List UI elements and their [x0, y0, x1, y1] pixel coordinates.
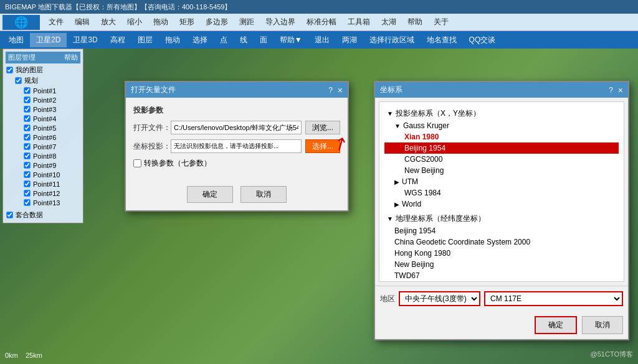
coord-beijing1954[interactable]: Beijing 1954	[384, 142, 619, 154]
tb-elevation[interactable]: 高程	[104, 33, 131, 47]
checkbox-point13[interactable]	[24, 199, 30, 205]
coord-geo-hongkong[interactable]: Hong Kong 1980	[384, 248, 619, 259]
tb-qq[interactable]: QQ交谈	[463, 33, 502, 47]
dialog-vector-question[interactable]: ?	[328, 86, 333, 95]
tb-lianghu[interactable]: 两湖	[336, 33, 363, 47]
tb-line[interactable]: 线	[234, 33, 254, 47]
menu-tools[interactable]: 工具箱	[343, 16, 375, 29]
tree-point8[interactable]: Point#8	[23, 151, 80, 161]
dialog-vector-close[interactable]: ×	[338, 86, 343, 95]
coord-cgcs2000[interactable]: CGCS2000	[384, 154, 619, 165]
tree-point6[interactable]: Point#6	[23, 133, 80, 142]
menu-import[interactable]: 导入边界	[260, 16, 300, 29]
tree-plan[interactable]: 规划	[14, 75, 80, 86]
coord-utm[interactable]: ▶ UTM	[384, 176, 619, 187]
tree-point4[interactable]: Point#4	[23, 114, 80, 123]
checkbox-point3[interactable]	[24, 106, 30, 112]
checkbox-point1[interactable]	[24, 87, 30, 93]
menu-zoomout[interactable]: 缩小	[122, 16, 147, 29]
tree-point7[interactable]: Point#7	[23, 142, 80, 151]
coord-wgs1984[interactable]: WGS 1984	[384, 187, 619, 198]
tb-select[interactable]: 选择	[186, 33, 214, 47]
region-select1[interactable]: 中央子午线(3度带)	[399, 291, 480, 306]
coord-geo-twd67[interactable]: TWD67	[384, 270, 619, 281]
tree-point2[interactable]: Point#2	[23, 95, 80, 105]
tb-polygon[interactable]: 面	[254, 33, 274, 47]
dialog-coord-close[interactable]: ×	[618, 86, 623, 95]
checkbox-point5[interactable]	[24, 124, 30, 131]
tb-point[interactable]: 点	[214, 33, 234, 47]
file-input[interactable]	[171, 121, 302, 134]
menu-measure[interactable]: 测距	[234, 16, 259, 29]
tb-satellite3d[interactable]: 卫星3D	[67, 33, 103, 47]
coord-gauss-kruger[interactable]: ▼ Gauss Kruger	[384, 120, 619, 131]
tb-map[interactable]: 地图	[2, 33, 30, 47]
checkbox-my-maps[interactable]	[6, 67, 12, 73]
tree-point11[interactable]: Point#11	[23, 179, 80, 189]
dialog-coord-question[interactable]: ?	[609, 86, 613, 95]
file-row: 打开文件： 浏览...	[133, 121, 340, 134]
region-select2[interactable]: CM 117E	[484, 291, 623, 306]
coord-new-beijing[interactable]: New Beijing	[384, 165, 619, 176]
xian1980-label: Xian 1980	[404, 133, 439, 141]
tree-merged-data[interactable]: 套合数据	[6, 210, 80, 220]
tree-point1[interactable]: Point#1	[23, 86, 80, 95]
tree-point13[interactable]: Point#13	[23, 198, 80, 207]
tree-my-maps[interactable]: 我的图层	[6, 65, 80, 75]
menu-taihu[interactable]: 太湖	[376, 16, 401, 29]
proj-label: 坐标投影：	[133, 141, 171, 152]
tree-point10[interactable]: Point#10	[23, 170, 80, 179]
tb-exit[interactable]: 退出	[308, 33, 336, 47]
checkbox-point2[interactable]	[24, 96, 30, 103]
tb-help-dropdown[interactable]: 帮助▼	[274, 33, 308, 47]
geo-hongkong-label: Hong Kong 1980	[394, 249, 450, 258]
checkbox-point7[interactable]	[24, 143, 30, 149]
menu-rect[interactable]: 矩形	[174, 16, 199, 29]
menu-polygon[interactable]: 多边形	[201, 16, 233, 29]
coord-geographic-header[interactable]: ▼ 地理坐标系（经纬度坐标）	[384, 212, 619, 225]
new-beijing-label: New Beijing	[404, 166, 444, 175]
checkbox-point4[interactable]	[24, 115, 30, 121]
menu-standard[interactable]: 标准分幅	[302, 16, 341, 29]
checkbox-merged[interactable]	[6, 212, 12, 218]
tb-satellite2d[interactable]: 卫星2D	[30, 33, 67, 47]
menu-drag[interactable]: 拖动	[148, 16, 173, 29]
tb-drag[interactable]: 拖动	[159, 33, 186, 47]
checkbox-plan[interactable]	[15, 77, 21, 83]
menu-zoomin[interactable]: 放大	[96, 16, 121, 29]
menu-about[interactable]: 关于	[429, 16, 454, 29]
checkbox-point9[interactable]	[24, 162, 30, 168]
seven-params-checkbox[interactable]	[133, 159, 141, 167]
tree-point5[interactable]: Point#5	[23, 123, 80, 133]
menu-file[interactable]: 文件	[44, 16, 69, 29]
tb-select-region[interactable]: 选择行政区域	[363, 33, 421, 47]
tree-point12[interactable]: Point#12	[23, 189, 80, 198]
coord-projected-header[interactable]: ▼ 投影坐标系（X，Y坐标）	[384, 107, 619, 120]
dialog-vector-confirm[interactable]: 确定	[187, 186, 233, 203]
coord-confirm[interactable]: 确定	[535, 316, 577, 334]
browse-button[interactable]: 浏览...	[305, 121, 340, 134]
checkbox-point11[interactable]	[24, 180, 30, 187]
tree-point9[interactable]: Point#9	[23, 161, 80, 170]
coord-geo-beijing1954[interactable]: Beijing 1954	[384, 225, 619, 236]
checkbox-point12[interactable]	[24, 190, 30, 196]
dialog-vector-cancel[interactable]: 取消	[240, 186, 287, 203]
menu-edit[interactable]: 编辑	[70, 16, 95, 29]
coord-xian1980[interactable]: Xian 1980	[384, 131, 619, 142]
proj-input[interactable]	[171, 139, 302, 153]
panel-help[interactable]: 帮助	[64, 53, 78, 62]
tree-point13-label: Point#13	[33, 199, 60, 207]
tree-point3[interactable]: Point#3	[23, 105, 80, 114]
coord-world[interactable]: ▶ World	[384, 198, 619, 210]
tb-place-search[interactable]: 地名查找	[421, 33, 463, 47]
coord-geo-new-beijing[interactable]: New Beijing	[384, 259, 619, 270]
coord-geo-twd97[interactable]: TWD97	[384, 281, 619, 282]
coord-cancel[interactable]: 取消	[582, 316, 623, 334]
checkbox-point8[interactable]	[24, 152, 30, 159]
menu-help[interactable]: 帮助	[402, 16, 427, 29]
dialog-vector-footer: 确定 取消	[126, 181, 348, 210]
checkbox-point6[interactable]	[24, 134, 30, 140]
checkbox-point10[interactable]	[24, 171, 30, 177]
coord-geo-china-geodetic[interactable]: China Geodetic Coordinate System 2000	[384, 236, 619, 248]
tb-layers[interactable]: 图层	[131, 33, 159, 47]
